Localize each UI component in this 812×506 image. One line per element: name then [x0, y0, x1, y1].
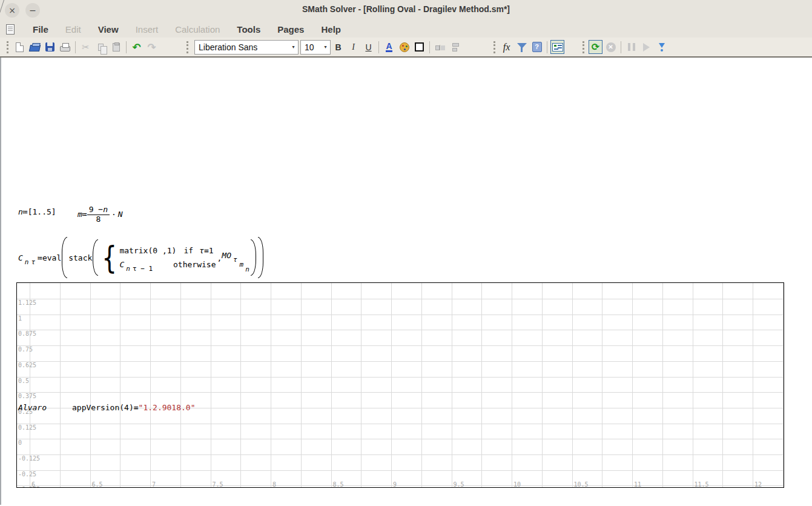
menu-help[interactable]: Help: [312, 23, 349, 36]
toolbar-separator: [75, 41, 76, 53]
author-text[interactable]: Alvaro: [18, 403, 47, 412]
if-keyword: if: [183, 246, 193, 255]
clipboard-icon: [113, 43, 120, 52]
step-button[interactable]: [655, 40, 668, 54]
open-paren: [93, 239, 98, 276]
expression-range-definition[interactable]: n≔[1..5]: [18, 207, 56, 216]
gridline-vertical: [361, 283, 361, 487]
x-tick-label: 9.5: [454, 481, 464, 488]
font-size-value: 10: [301, 42, 321, 52]
menu-edit: Edit: [57, 23, 90, 36]
y-tick-label: 1.125: [18, 299, 36, 306]
menu-file[interactable]: File: [24, 23, 57, 36]
x-tick-label: 6: [31, 481, 35, 488]
plot-area[interactable]: 1.12510.8750.750.6250.50.3750.250.1250-0…: [16, 282, 784, 488]
worksheet-canvas[interactable]: n≔[1..5] m≔9 −n8·N C n τ ≔ eval stack { …: [0, 58, 812, 505]
toolbar-separator: [378, 41, 379, 53]
matrix-args: (0 ,1): [148, 246, 176, 255]
toolbar-drag-handle[interactable]: [186, 41, 189, 53]
appversion-call: appVersion(4): [72, 403, 134, 412]
play-button: [639, 40, 653, 54]
appversion-result: "1.2.9018.0": [139, 403, 196, 412]
x-tick-label: 7: [152, 481, 156, 488]
menu-view[interactable]: View: [90, 23, 127, 36]
help-book-icon: ?: [532, 42, 542, 52]
open-button[interactable]: [28, 40, 42, 54]
redo-arrow-icon: ↷: [147, 41, 156, 53]
gridline-horizontal: [17, 392, 784, 393]
subscript-n: n: [126, 265, 130, 273]
gridline-horizontal: [17, 470, 784, 471]
toolbar-drag-handle[interactable]: [7, 41, 9, 53]
expression-m-definition[interactable]: m≔9 −n8·N: [78, 205, 123, 224]
recalculate-button[interactable]: ⟳: [589, 40, 602, 54]
toolbar-separator: [126, 41, 127, 53]
background-color-button[interactable]: [397, 40, 411, 54]
underline-icon: U: [365, 42, 371, 52]
y-tick-label: 0: [18, 439, 22, 446]
gridline-vertical: [452, 283, 452, 487]
align-vertical-button: [448, 40, 462, 54]
x-tick-label: 6.5: [92, 481, 103, 488]
piecewise-cases: matrix (0 ,1) if τ = 1 C n τ − 1 otherwi…: [119, 245, 216, 270]
chevron-down-icon[interactable]: ▾: [321, 44, 330, 50]
cond-value: 1: [209, 246, 214, 255]
fraction: 9 −n8: [87, 205, 110, 224]
multiply-dot: ·: [110, 210, 118, 219]
italic-button[interactable]: I: [346, 40, 360, 54]
font-color-icon: A: [386, 42, 392, 52]
border-button[interactable]: [412, 40, 426, 54]
copy-icon: [98, 44, 104, 51]
gridline-vertical: [602, 283, 602, 487]
recalculate-icon: ⟳: [592, 41, 599, 53]
gridline-vertical: [60, 283, 61, 487]
pause-icon: [628, 43, 635, 51]
font-color-button[interactable]: A: [382, 40, 396, 54]
matrix-function: matrix: [119, 246, 148, 255]
x-tick-label: 7.5: [213, 481, 223, 488]
save-button[interactable]: [43, 40, 57, 54]
reference-button[interactable]: ?: [530, 40, 544, 54]
y-tick-label: -0.125: [18, 455, 40, 462]
gridline-horizontal: [17, 299, 784, 299]
menu-tools[interactable]: Tools: [228, 23, 269, 36]
toolbar-drag-handle[interactable]: [493, 41, 496, 53]
x-tick-label: 10.5: [574, 481, 589, 488]
subscript-n: n: [245, 265, 249, 273]
underline-button[interactable]: U: [361, 40, 375, 54]
font-size-select[interactable]: 10 ▾: [300, 40, 331, 55]
side-panel-button[interactable]: [550, 40, 564, 54]
y-tick-label: 0.875: [18, 330, 36, 337]
close-paren: [251, 239, 256, 276]
appversion-expression[interactable]: appVersion(4)="1.2.9018.0": [72, 403, 196, 412]
toolbar-drag-handle[interactable]: [583, 41, 585, 53]
new-button[interactable]: [13, 40, 27, 54]
menu-pages[interactable]: Pages: [269, 23, 312, 36]
bold-button[interactable]: B: [331, 40, 345, 54]
print-button[interactable]: [58, 40, 72, 54]
expression-c-definition[interactable]: C n τ ≔ eval stack { matrix (0 ,1) if τ …: [18, 237, 264, 278]
gridline-vertical: [90, 283, 91, 487]
subscript-tau: τ: [233, 256, 237, 264]
chevron-down-icon[interactable]: ▾: [289, 44, 298, 50]
align-horizontal-button: [433, 40, 447, 54]
x-tick-label: 9: [393, 481, 397, 488]
eval-function: eval: [42, 253, 61, 262]
document-icon[interactable]: [6, 24, 15, 35]
filter-button[interactable]: [515, 40, 529, 54]
case-1: matrix (0 ,1) if τ = 1: [119, 246, 216, 255]
font-family-select[interactable]: Liberation Sans ▾: [194, 40, 299, 55]
undo-button[interactable]: ↶: [130, 40, 144, 54]
gridline-vertical: [512, 283, 512, 487]
var-MO: MO: [222, 251, 231, 260]
toolbar: ✂ ↶ ↷ Liberation Sans ▾ 10 ▾ B I U A fx …: [0, 38, 812, 58]
y-tick-label: 0.125: [18, 424, 36, 431]
new-page-icon: [16, 42, 24, 52]
insert-function-button[interactable]: fx: [500, 40, 513, 54]
gridline-vertical: [421, 283, 422, 487]
scissors-icon: ✂: [82, 42, 90, 53]
x-tick-label: 8.5: [333, 481, 344, 488]
bool-equals: =: [204, 246, 209, 255]
y-tick-label: 1: [18, 315, 22, 322]
gridline-vertical: [271, 283, 271, 487]
